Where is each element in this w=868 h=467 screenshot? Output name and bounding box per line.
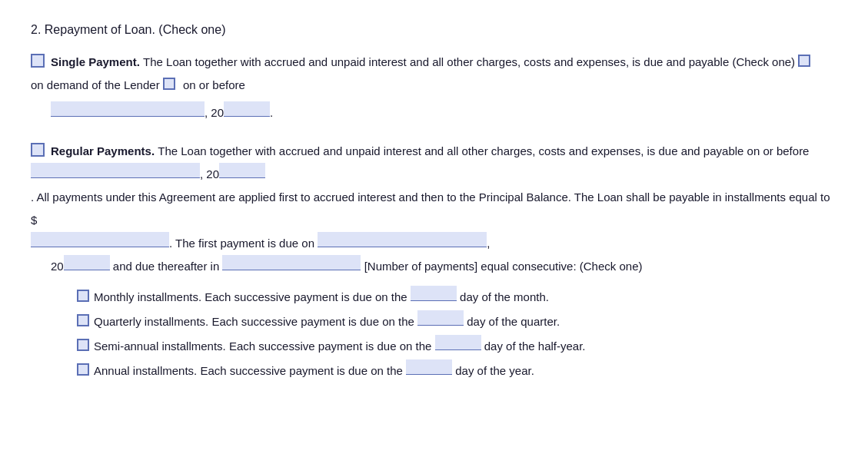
single-payment-period: . bbox=[270, 101, 273, 124]
regular-payments-block: Regular Payments. The Loan together with… bbox=[31, 140, 837, 381]
regular-payments-desc2: . All payments under this Agreement are … bbox=[31, 186, 837, 232]
section-check-one: (Check one) bbox=[158, 23, 225, 36]
single-payment-checkbox[interactable] bbox=[31, 54, 45, 68]
single-payment-row: Single Payment. The Loan together with a… bbox=[31, 51, 837, 97]
semi-annual-suffix: day of the half-year. bbox=[484, 336, 586, 356]
single-payment-label: Single Payment. bbox=[51, 51, 140, 74]
on-demand-label: on demand of the Lender bbox=[31, 74, 160, 97]
on-or-before-label: on or before bbox=[183, 74, 245, 97]
regular-payments-year-prefix2: 20 bbox=[51, 255, 64, 278]
regular-payments-label: Regular Payments. bbox=[51, 140, 155, 163]
monthly-suffix: day of the month. bbox=[460, 286, 549, 307]
annual-option: Annual installments. Each successive pay… bbox=[77, 359, 837, 381]
semi-annual-checkbox[interactable] bbox=[77, 339, 89, 351]
annual-day-field[interactable] bbox=[406, 359, 452, 375]
quarterly-checkbox[interactable] bbox=[77, 314, 89, 326]
single-payment-date-field[interactable] bbox=[51, 101, 205, 117]
single-payment-description: The Loan together with accrued and unpai… bbox=[143, 51, 795, 74]
regular-payments-desc5: [Number of payments] equal consecutive: … bbox=[364, 255, 643, 278]
regular-payments-date-field[interactable] bbox=[31, 163, 200, 178]
semi-annual-option: Semi-annual installments. Each successiv… bbox=[77, 335, 837, 356]
regular-payments-line1: Regular Payments. The Loan together with… bbox=[31, 140, 837, 255]
quarterly-label: Quarterly installments. Each successive … bbox=[94, 311, 414, 332]
regular-payments-amount-field[interactable] bbox=[31, 232, 169, 247]
section-title-text: 2. Repayment of Loan. bbox=[31, 23, 155, 36]
regular-payments-desc3: . The first payment is due on bbox=[169, 232, 314, 255]
annual-checkbox[interactable] bbox=[77, 363, 89, 376]
monthly-day-field[interactable] bbox=[411, 286, 457, 301]
single-payment-comma: , bbox=[205, 101, 211, 124]
single-payment-date-row: , 20 . bbox=[51, 101, 837, 124]
semi-annual-day-field[interactable] bbox=[435, 335, 481, 350]
regular-payments-desc1: The Loan together with accrued and unpai… bbox=[158, 140, 809, 163]
installment-options: Monthly installments. Each successive pa… bbox=[77, 286, 837, 381]
regular-payments-first-date-field[interactable] bbox=[318, 232, 487, 247]
single-payment-year-field[interactable] bbox=[224, 101, 270, 117]
monthly-checkbox[interactable] bbox=[77, 290, 89, 302]
annual-suffix: day of the year. bbox=[455, 360, 534, 381]
regular-payments-checkbox[interactable] bbox=[31, 143, 45, 157]
regular-payments-year-field1[interactable] bbox=[219, 163, 265, 178]
quarterly-suffix: day of the quarter. bbox=[467, 311, 560, 332]
on-demand-checkbox[interactable] bbox=[798, 55, 810, 67]
quarterly-day-field[interactable] bbox=[417, 310, 464, 326]
regular-payments-desc4: and due thereafter in bbox=[113, 255, 219, 278]
semi-annual-label: Semi-annual installments. Each successiv… bbox=[94, 336, 431, 356]
regular-payments-comma2: , bbox=[487, 232, 490, 255]
regular-payments-year-prefix1: , 20 bbox=[200, 163, 219, 186]
regular-payments-line2: 20 and due thereafter in [Number of paym… bbox=[51, 255, 837, 278]
section-title: 2. Repayment of Loan. (Check one) bbox=[31, 23, 837, 37]
regular-payments-num-field[interactable] bbox=[222, 255, 361, 270]
quarterly-option: Quarterly installments. Each successive … bbox=[77, 310, 837, 332]
annual-label: Annual installments. Each successive pay… bbox=[94, 360, 403, 381]
single-payment-year-prefix: 20 bbox=[211, 101, 224, 124]
regular-payments-year-field2[interactable] bbox=[64, 255, 110, 270]
monthly-label: Monthly installments. Each successive pa… bbox=[94, 286, 407, 307]
monthly-option: Monthly installments. Each successive pa… bbox=[77, 286, 837, 307]
on-or-before-checkbox[interactable] bbox=[163, 78, 175, 90]
